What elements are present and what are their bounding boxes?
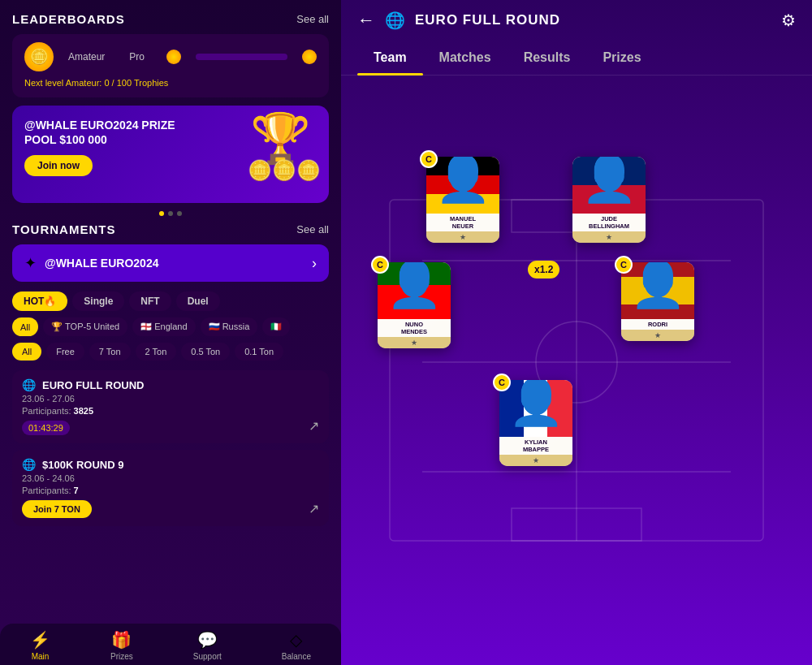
country-tab-it[interactable]: 🇮🇹 (262, 317, 290, 336)
featured-tournament-name: @WHALE EURO2024 (45, 257, 304, 270)
bellingham-flag: 👤 (572, 157, 646, 214)
promo-text: @WHALE EURO2024 PRIZE POOL $100 000 (24, 118, 185, 147)
bottom-nav: ⚡ Main 🎁 Prizes 💬 Support ◇ Balance (0, 624, 341, 665)
featured-tournament[interactable]: ✦ @WHALE EURO2024 › (12, 244, 329, 282)
tournament-item-euro: 🌐 EURO FULL ROUND 23.06 - 27.06 Particip… (12, 370, 329, 443)
tournament-item-100k-name: $100K ROUND 9 (42, 459, 123, 471)
leaderboard-title: LEADERBOARDS (12, 12, 125, 26)
ton-tab-05[interactable]: 0.5 Ton (181, 343, 230, 361)
share-button-2[interactable]: ↗ (309, 501, 319, 516)
amateur-label: Amateur (68, 51, 105, 63)
ton-tab-7[interactable]: 7 Ton (89, 343, 131, 361)
support-nav-label: Support (193, 652, 222, 661)
next-level-text: Next level Amateur: 0 / 100 Trophies (24, 78, 317, 88)
filter-tabs: HOT🔥 Single NFT Duel (12, 291, 329, 311)
neuer-name: MANUELNEUER (426, 214, 499, 231)
balance-nav-icon: ◇ (290, 630, 302, 650)
promo-image: 🏆 🪙🪙🪙 (240, 110, 321, 199)
join-now-button[interactable]: Join now (24, 155, 93, 176)
ton-tabs: All Free 7 Ton 2 Ton 0.5 Ton 0.1 Ton (12, 343, 329, 361)
filter-tab-single[interactable]: Single (72, 291, 124, 311)
tournament-item-icon: 🌐 (22, 378, 36, 391)
support-nav-icon: 💬 (197, 630, 218, 650)
join-ton-button[interactable]: Join 7 TON (22, 500, 92, 518)
ton-tab-2[interactable]: 2 Ton (136, 343, 177, 361)
dot-3[interactable] (177, 211, 182, 216)
captain-badge-mbappe: C (493, 374, 511, 391)
nav-support[interactable]: 💬 Support (193, 630, 222, 661)
right-header: ← 🌐 EURO FULL ROUND ⚙ (341, 0, 812, 41)
player-card-rodri[interactable]: 👤 RODRI ★ (621, 262, 694, 341)
multiplier-badge: x1.2 (528, 261, 559, 279)
tab-results[interactable]: Results (508, 41, 587, 75)
ton-tab-free[interactable]: Free (46, 343, 84, 361)
mendes-face: 👤 (378, 262, 451, 311)
player-card-neuer[interactable]: 👤 MANUELNEUER ★ (426, 157, 499, 243)
svg-rect-6 (512, 508, 641, 541)
mendes-flag: 👤 (378, 262, 451, 319)
bellingham-face: 👤 (572, 157, 646, 205)
dot-2[interactable] (168, 211, 173, 216)
captain-badge-mendes: C (371, 256, 389, 274)
country-tab-all[interactable]: All (12, 317, 38, 336)
tournaments-see-all[interactable]: See all (296, 223, 329, 235)
mendes-name: NUNOMENDES (378, 319, 451, 337)
mbappe-flag: 👤 (499, 380, 572, 437)
chevron-right-icon: › (312, 255, 317, 272)
tab-prizes[interactable]: Prizes (586, 41, 657, 75)
progress-track (196, 54, 287, 60)
svg-rect-7 (390, 200, 763, 541)
main-nav-icon: ⚡ (30, 630, 50, 650)
nav-balance[interactable]: ◇ Balance (282, 630, 311, 661)
prizes-nav-label: Prizes (110, 652, 133, 661)
right-panel-title: EURO FULL ROUND (415, 12, 771, 28)
amateur-coin-icon (166, 50, 181, 64)
neuer-score: ★ (426, 231, 499, 243)
nav-prizes[interactable]: 🎁 Prizes (110, 630, 133, 661)
tournament-item-100k-header: 🌐 $100K ROUND 9 (22, 458, 319, 471)
leaderboard-section: LEADERBOARDS See all 🪙 Amateur Pro Next … (0, 0, 341, 106)
mbappe-name: KYLIANMBAPPE (499, 437, 572, 455)
pro-coin-icon (302, 50, 317, 64)
level-row: 🪙 Amateur Pro (24, 42, 317, 71)
filter-tab-hot[interactable]: HOT🔥 (12, 291, 67, 311)
main-coin-icon: 🪙 (24, 42, 54, 71)
mbappe-score: ★ (499, 455, 572, 466)
country-tab-russia[interactable]: 🇷🇺 Russia (201, 317, 258, 336)
right-panel: ← 🌐 EURO FULL ROUND ⚙ Team Matches Resul… (341, 0, 812, 665)
country-tab-england[interactable]: 🏴󠁧󠁢󠁥󠁮󠁧󠁿 England (132, 317, 195, 336)
neuer-face: 👤 (426, 157, 499, 205)
player-card-bellingham[interactable]: 👤 JUDEBELLINGHAM ★ (572, 157, 646, 243)
leaderboard-header: LEADERBOARDS See all (12, 12, 329, 26)
tournament-item-header: 🌐 EURO FULL ROUND (22, 378, 319, 391)
prizes-nav-icon: 🎁 (111, 630, 132, 650)
tournament-item-participants: Participants: 3825 (22, 406, 319, 416)
player-card-mbappe[interactable]: 👤 KYLIANMBAPPE ★ (499, 380, 572, 466)
tournament-timer: 01:43:29 (22, 421, 70, 435)
ton-tab-01[interactable]: 0.1 Ton (235, 343, 283, 361)
back-button[interactable]: ← (357, 10, 375, 31)
country-tab-top5[interactable]: 🏆 TOP-5 United (43, 317, 127, 336)
main-nav-label: Main (32, 652, 50, 661)
neuer-flag: 👤 (426, 157, 499, 214)
rodri-flag: 👤 (621, 262, 694, 319)
mendes-score: ★ (378, 337, 451, 348)
balance-nav-label: Balance (282, 652, 311, 661)
filter-tab-nft[interactable]: NFT (129, 291, 171, 311)
level-labels: Amateur Pro (60, 51, 160, 63)
promo-dots (0, 211, 341, 216)
settings-button[interactable]: ⚙ (781, 11, 796, 30)
bellingham-name: JUDEBELLINGHAM (572, 214, 646, 231)
share-button[interactable]: ↗ (309, 418, 319, 434)
dot-1[interactable] (159, 211, 164, 216)
leaderboard-see-all[interactable]: See all (296, 13, 329, 25)
pro-label: Pro (129, 51, 145, 63)
rodri-name: RODRI (621, 319, 694, 330)
ton-tab-all[interactable]: All (12, 343, 41, 361)
tab-team[interactable]: Team (357, 41, 423, 75)
mbappe-face: 👤 (499, 380, 572, 429)
nav-main[interactable]: ⚡ Main (30, 630, 50, 661)
player-card-mendes[interactable]: 👤 NUNOMENDES ★ (378, 262, 451, 348)
tab-matches[interactable]: Matches (423, 41, 508, 75)
filter-tab-duel[interactable]: Duel (176, 291, 220, 311)
